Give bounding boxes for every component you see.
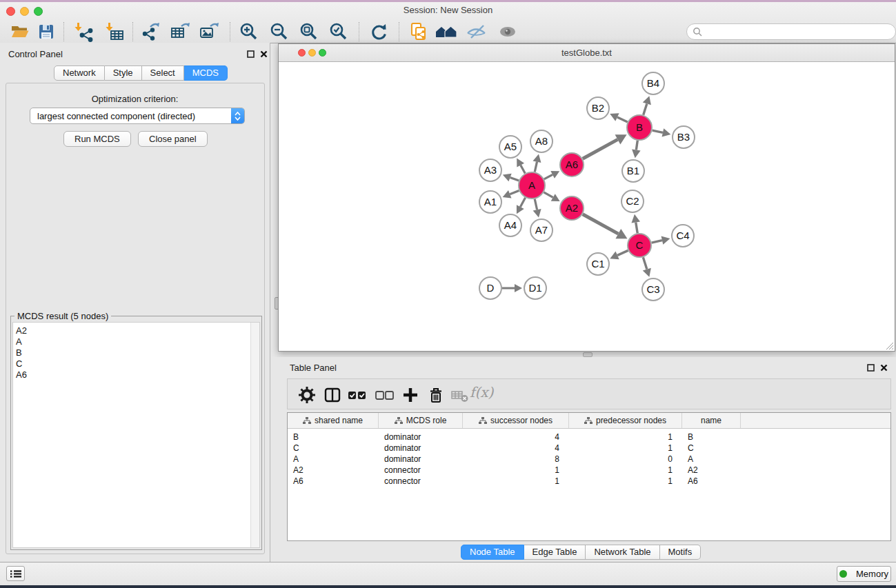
cell-successor-nodes[interactable]: 4 xyxy=(463,443,569,454)
search-field[interactable] xyxy=(686,23,896,40)
edge-arrow-C-C2[interactable] xyxy=(631,214,640,223)
table-row[interactable]: C dominator 4 1 C xyxy=(288,443,890,454)
result-list-scrollbar[interactable] xyxy=(250,323,259,547)
edge-arrow-B-B3[interactable] xyxy=(662,128,671,136)
tab-edge-table[interactable]: Edge Table xyxy=(524,545,586,560)
mcds-result-list[interactable]: A2 A B C A6 xyxy=(12,322,260,548)
select-all-checkboxes-icon[interactable] xyxy=(347,385,368,405)
cell-successor-nodes[interactable]: 4 xyxy=(463,432,569,443)
import-network-icon[interactable] xyxy=(74,21,94,42)
cell-successor-nodes[interactable]: 1 xyxy=(463,465,569,476)
result-item[interactable]: B xyxy=(13,347,259,358)
refresh-layout-icon[interactable] xyxy=(368,21,389,42)
export-image-icon[interactable] xyxy=(199,21,219,42)
run-mcds-button[interactable]: Run MCDS xyxy=(63,131,131,147)
edge-arrow-B-B1[interactable] xyxy=(632,150,641,159)
open-session-icon[interactable] xyxy=(10,21,30,42)
tab-style[interactable]: Style xyxy=(105,65,142,81)
cell-name[interactable]: A6 xyxy=(682,476,741,487)
column-header-predecessor-nodes[interactable]: predecessor nodes xyxy=(569,413,682,428)
settings-gear-icon[interactable] xyxy=(297,385,317,405)
float-panel-icon[interactable] xyxy=(247,50,255,58)
cell-mcds-role[interactable]: connector xyxy=(379,476,463,487)
table-row[interactable]: B dominator 4 1 B xyxy=(288,432,890,443)
control-panel-title: Control Panel xyxy=(8,49,63,59)
window-resize-grip[interactable] xyxy=(885,341,893,349)
edge-arrow-A-A8[interactable] xyxy=(533,154,541,163)
tab-mcds[interactable]: MCDS xyxy=(184,65,228,81)
float-table-panel-icon[interactable] xyxy=(867,364,875,372)
graph-node-label-B4: B4 xyxy=(647,77,659,89)
import-table-icon[interactable] xyxy=(105,21,126,42)
tab-network[interactable]: Network xyxy=(54,65,105,81)
edge-arrow-C-C3[interactable] xyxy=(643,268,651,277)
cell-predecessor-nodes[interactable]: 0 xyxy=(569,454,682,465)
cell-shared-name[interactable]: B xyxy=(288,432,379,443)
close-panel-icon[interactable] xyxy=(260,50,268,58)
cell-predecessor-nodes[interactable]: 1 xyxy=(569,465,682,476)
cell-name[interactable]: B xyxy=(682,432,741,443)
cell-successor-nodes[interactable]: 8 xyxy=(463,454,569,465)
graph-node-label-B3: B3 xyxy=(677,131,690,143)
result-item[interactable]: A2 xyxy=(13,325,259,336)
result-item[interactable]: A6 xyxy=(13,369,259,381)
cell-shared-name[interactable]: A xyxy=(288,454,379,465)
show-task-history-button[interactable] xyxy=(6,566,25,581)
result-item[interactable]: A xyxy=(13,336,259,347)
table-row[interactable]: A6 connector 1 1 A6 xyxy=(288,476,890,487)
table-row[interactable]: A dominator 8 0 A xyxy=(288,454,890,465)
edge-arrow-B-B4[interactable] xyxy=(643,96,651,105)
cell-name[interactable]: A xyxy=(682,454,741,465)
deselect-all-checkboxes-icon[interactable] xyxy=(375,385,395,405)
cell-predecessor-nodes[interactable]: 1 xyxy=(569,443,682,454)
cell-name[interactable]: A2 xyxy=(682,465,741,476)
tab-network-table[interactable]: Network Table xyxy=(586,545,659,560)
cell-mcds-role[interactable]: connector xyxy=(379,465,463,476)
split-panel-icon[interactable] xyxy=(322,385,343,405)
network-graph-canvas[interactable]: AA1A2A3A4A5A6A7A8BB1B2B3B4CC1C2C3C4DD1 xyxy=(279,61,895,351)
result-item[interactable]: C xyxy=(13,358,259,369)
zoom-fit-icon[interactable] xyxy=(299,21,319,42)
cell-shared-name[interactable]: C xyxy=(288,443,379,454)
close-panel-button[interactable]: Close panel xyxy=(138,131,208,147)
show-all-eye-icon[interactable] xyxy=(497,21,517,42)
memory-button[interactable]: Memory xyxy=(837,566,891,582)
search-input[interactable] xyxy=(702,26,895,37)
clone-network-icon[interactable] xyxy=(408,21,429,42)
edge-arrow-A-A7[interactable] xyxy=(533,209,541,217)
cell-shared-name[interactable]: A6 xyxy=(288,476,379,487)
cell-mcds-role[interactable]: dominator xyxy=(379,443,463,454)
delete-column-trash-icon[interactable] xyxy=(426,385,446,405)
edge-arrow-C-C4[interactable] xyxy=(661,236,670,244)
add-column-icon[interactable] xyxy=(400,385,421,405)
tab-motifs[interactable]: Motifs xyxy=(660,545,701,560)
edge-arrow-D-D1[interactable] xyxy=(515,284,522,292)
zoom-selected-icon[interactable] xyxy=(328,21,349,42)
cell-shared-name[interactable]: A2 xyxy=(288,465,379,476)
cell-mcds-role[interactable]: dominator xyxy=(379,454,463,465)
export-table-icon[interactable] xyxy=(170,21,190,42)
save-session-icon[interactable] xyxy=(36,21,57,42)
column-header-mcds-role[interactable]: MCDS role xyxy=(379,413,463,428)
cell-predecessor-nodes[interactable]: 1 xyxy=(569,432,682,443)
cell-name[interactable]: C xyxy=(682,443,741,454)
optimization-criterion-dropdown[interactable]: largest connected component (directed) xyxy=(30,108,245,124)
node-table[interactable]: shared name MCDS role successor nodes pr… xyxy=(287,412,891,541)
cell-predecessor-nodes[interactable]: 1 xyxy=(569,476,682,487)
zoom-in-icon[interactable] xyxy=(239,21,259,42)
table-row[interactable]: A2 connector 1 1 A2 xyxy=(288,465,890,476)
network-window-titlebar[interactable]: testGlobe.txt xyxy=(279,44,895,62)
zoom-out-icon[interactable] xyxy=(269,21,290,42)
cell-successor-nodes[interactable]: 1 xyxy=(463,476,569,487)
export-network-icon[interactable] xyxy=(141,21,161,42)
close-table-panel-icon[interactable] xyxy=(880,364,888,372)
tab-node-table[interactable]: Node Table xyxy=(461,545,524,560)
column-header-successor-nodes[interactable]: successor nodes xyxy=(463,413,569,428)
column-header-shared-name[interactable]: shared name xyxy=(288,413,379,428)
hide-selected-eye-icon[interactable] xyxy=(465,21,486,42)
cell-mcds-role[interactable]: dominator xyxy=(379,432,463,443)
column-header-name[interactable]: name xyxy=(682,413,741,428)
horizontal-splitter-handle[interactable] xyxy=(583,352,593,357)
tab-select[interactable]: Select xyxy=(142,65,184,81)
home-icon[interactable] xyxy=(435,21,455,42)
